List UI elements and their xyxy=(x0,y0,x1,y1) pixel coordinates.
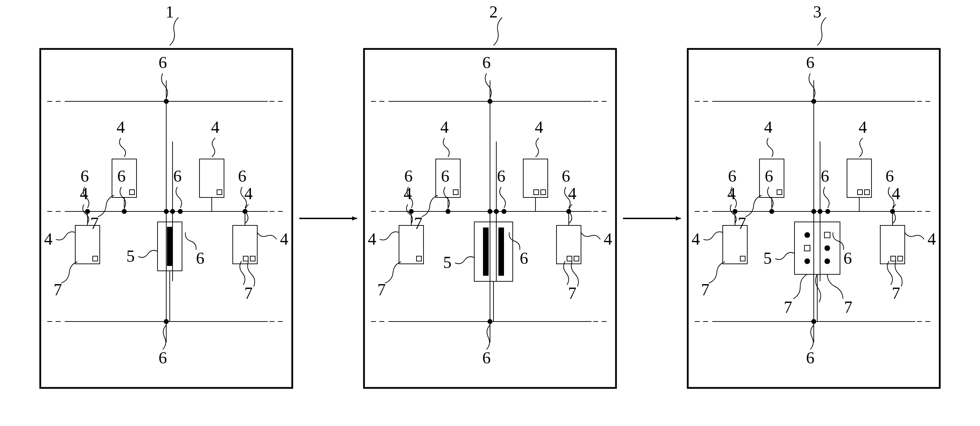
svg-text:4: 4 xyxy=(368,230,376,248)
svg-text:4: 4 xyxy=(244,184,253,203)
svg-rect-45 xyxy=(250,256,255,261)
svg-point-77 xyxy=(501,209,506,214)
svg-text:6: 6 xyxy=(159,348,167,367)
svg-text:6: 6 xyxy=(196,249,204,267)
svg-text:6: 6 xyxy=(765,167,773,185)
panel: 36666666474474447775 xyxy=(688,2,940,388)
svg-rect-102 xyxy=(574,256,579,261)
svg-text:7: 7 xyxy=(568,284,576,302)
svg-rect-149 xyxy=(864,190,869,195)
svg-rect-34 xyxy=(199,159,224,198)
svg-text:6: 6 xyxy=(497,167,505,185)
svg-text:6: 6 xyxy=(238,167,247,185)
svg-text:4: 4 xyxy=(928,230,936,248)
svg-rect-160 xyxy=(898,256,903,261)
svg-text:4: 4 xyxy=(116,118,125,136)
svg-text:4: 4 xyxy=(211,118,220,136)
svg-rect-96 xyxy=(417,256,422,261)
svg-rect-101 xyxy=(557,225,581,264)
svg-text:6: 6 xyxy=(806,53,815,72)
svg-text:4: 4 xyxy=(692,230,700,248)
svg-point-135 xyxy=(825,209,830,214)
svg-rect-103 xyxy=(567,256,572,261)
svg-rect-161 xyxy=(891,256,896,261)
svg-text:4: 4 xyxy=(440,118,449,136)
svg-point-172 xyxy=(804,259,810,264)
svg-text:4: 4 xyxy=(80,184,88,203)
svg-point-168 xyxy=(804,233,810,238)
svg-text:6: 6 xyxy=(173,167,181,185)
svg-point-70 xyxy=(488,319,492,324)
svg-rect-170 xyxy=(804,245,810,251)
svg-text:4: 4 xyxy=(764,118,772,136)
svg-text:4: 4 xyxy=(568,184,576,203)
svg-rect-111 xyxy=(498,228,504,276)
svg-text:4: 4 xyxy=(404,184,412,203)
svg-rect-35 xyxy=(217,190,222,195)
svg-text:7: 7 xyxy=(844,298,853,316)
svg-text:7: 7 xyxy=(784,298,792,316)
svg-point-171 xyxy=(825,245,830,251)
svg-text:5: 5 xyxy=(764,249,772,267)
svg-rect-92 xyxy=(534,190,539,195)
svg-text:6: 6 xyxy=(821,167,829,185)
svg-rect-86 xyxy=(453,190,458,195)
svg-text:6: 6 xyxy=(482,348,491,367)
svg-rect-91 xyxy=(541,190,546,195)
svg-rect-159 xyxy=(880,225,905,264)
svg-point-173 xyxy=(825,259,830,264)
svg-point-21 xyxy=(178,209,183,214)
svg-text:7: 7 xyxy=(414,214,422,233)
svg-text:2: 2 xyxy=(489,2,498,21)
svg-point-6 xyxy=(164,99,169,104)
svg-rect-148 xyxy=(847,159,872,198)
svg-text:6: 6 xyxy=(441,167,449,185)
svg-text:7: 7 xyxy=(701,280,710,299)
svg-text:6: 6 xyxy=(886,167,894,185)
svg-rect-169 xyxy=(825,233,830,238)
svg-text:5: 5 xyxy=(443,253,452,272)
svg-rect-154 xyxy=(740,256,745,261)
svg-rect-53 xyxy=(167,227,173,266)
panel: 266666664744744475 xyxy=(364,2,616,388)
svg-rect-44 xyxy=(233,225,257,264)
svg-text:4: 4 xyxy=(727,184,736,203)
svg-rect-90 xyxy=(523,159,548,198)
svg-text:4: 4 xyxy=(892,184,900,203)
svg-text:3: 3 xyxy=(813,2,821,21)
svg-text:4: 4 xyxy=(859,118,867,136)
svg-rect-30 xyxy=(129,190,134,195)
svg-text:5: 5 xyxy=(126,247,135,265)
svg-rect-39 xyxy=(93,256,98,261)
svg-rect-150 xyxy=(858,190,862,195)
svg-text:4: 4 xyxy=(44,230,52,248)
svg-text:6: 6 xyxy=(728,167,737,185)
svg-text:7: 7 xyxy=(892,284,900,302)
svg-point-128 xyxy=(811,319,816,324)
svg-text:7: 7 xyxy=(244,284,253,302)
svg-text:7: 7 xyxy=(377,280,386,299)
svg-text:7: 7 xyxy=(90,214,99,233)
svg-text:6: 6 xyxy=(117,167,126,185)
svg-text:6: 6 xyxy=(843,249,852,267)
svg-text:7: 7 xyxy=(54,280,62,299)
svg-text:4: 4 xyxy=(535,118,543,136)
svg-text:7: 7 xyxy=(738,214,746,233)
svg-text:6: 6 xyxy=(520,249,528,267)
svg-text:6: 6 xyxy=(159,53,167,72)
svg-point-14 xyxy=(164,319,169,324)
svg-point-62 xyxy=(488,99,492,104)
svg-text:4: 4 xyxy=(280,230,288,248)
svg-text:1: 1 xyxy=(165,2,174,21)
svg-text:6: 6 xyxy=(404,167,413,185)
svg-text:6: 6 xyxy=(562,167,570,185)
panel: 166666664744744475 xyxy=(40,2,292,388)
svg-rect-46 xyxy=(243,256,248,261)
svg-rect-109 xyxy=(474,222,513,281)
svg-text:6: 6 xyxy=(806,348,815,367)
svg-text:4: 4 xyxy=(604,230,612,248)
svg-point-120 xyxy=(811,99,816,104)
svg-rect-144 xyxy=(777,190,782,195)
svg-text:6: 6 xyxy=(482,53,491,72)
svg-rect-167 xyxy=(794,222,840,274)
